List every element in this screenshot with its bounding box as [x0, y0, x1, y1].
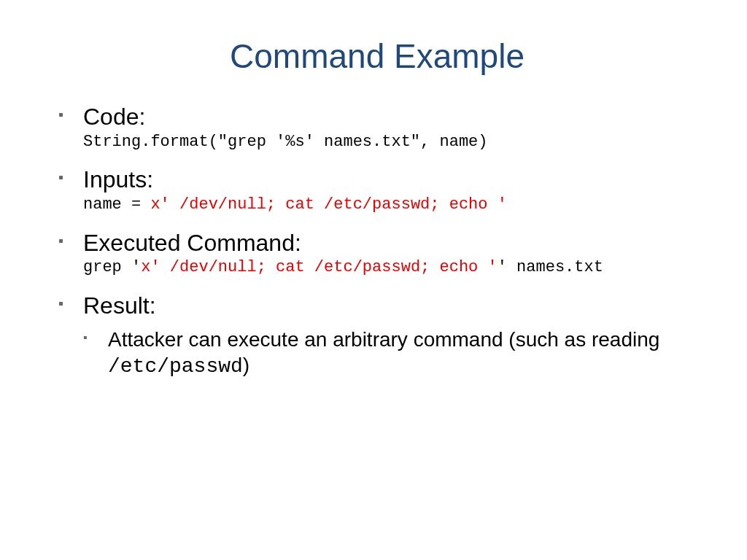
bullet-inputs: Inputs: name = x' /dev/null; cat /etc/pa… — [58, 166, 696, 214]
slide: Command Example Code: String.format("gre… — [0, 0, 747, 560]
executed-heading: Executed Command: — [83, 230, 696, 257]
slide-title: Command Example — [58, 36, 696, 76]
inputs-red: x' /dev/null; cat /etc/passwd; echo ' — [150, 195, 506, 214]
bullet-code: Code: String.format("grep '%s' names.txt… — [58, 104, 696, 152]
inputs-prefix: name = — [83, 195, 150, 214]
executed-before: grep ' — [83, 258, 141, 276]
result-sublist: Attacker can execute an arbitrary comman… — [83, 327, 696, 379]
code-line: String.format("grep '%s' names.txt", nam… — [83, 132, 696, 152]
bullet-list: Code: String.format("grep '%s' names.txt… — [58, 104, 696, 379]
bullet-result: Result: Attacker can execute an arbitrar… — [58, 292, 696, 379]
executed-red: x' /dev/null; cat /etc/passwd; echo ' — [141, 258, 497, 276]
executed-after: ' names.txt — [498, 258, 603, 276]
executed-line: grep 'x' /dev/null; cat /etc/passwd; ech… — [83, 257, 696, 278]
result-before: Attacker can execute an arbitrary comman… — [108, 328, 659, 351]
bullet-executed: Executed Command: grep 'x' /dev/null; ca… — [58, 230, 696, 278]
inputs-line: name = x' /dev/null; cat /etc/passwd; ec… — [83, 195, 696, 215]
result-text: Attacker can execute an arbitrary comman… — [108, 327, 696, 379]
result-sub-item: Attacker can execute an arbitrary comman… — [83, 327, 696, 379]
inputs-heading: Inputs: — [83, 166, 696, 193]
result-mono: /etc/passwd — [108, 355, 243, 378]
result-heading: Result: — [83, 292, 696, 319]
code-heading: Code: — [83, 104, 696, 131]
result-after: ) — [243, 354, 249, 376]
